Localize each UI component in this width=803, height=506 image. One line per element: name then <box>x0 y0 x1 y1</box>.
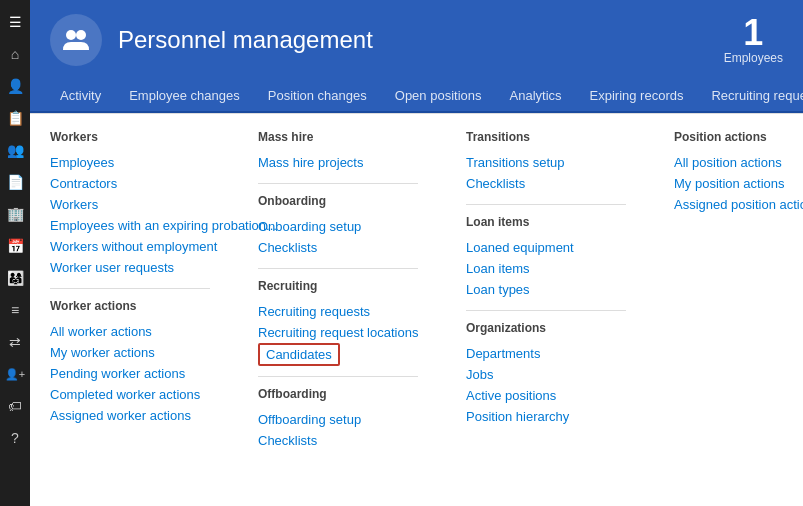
loan-items-title: Loan items <box>466 215 626 229</box>
transitions-setup-link[interactable]: Transitions setup <box>466 152 626 173</box>
worker-actions-title: Worker actions <box>50 299 210 313</box>
group-icon[interactable]: 👨‍👩‍👧 <box>1 264 29 292</box>
transitions-title: Transitions <box>466 130 626 144</box>
pending-worker-actions-link[interactable]: Pending worker actions <box>50 363 210 384</box>
jobs-link[interactable]: Jobs <box>466 364 626 385</box>
clipboard-icon[interactable]: 📋 <box>1 104 29 132</box>
tab-position-changes[interactable]: Position changes <box>254 80 381 113</box>
onboarding-setup-link[interactable]: Onboarding setup <box>258 216 418 237</box>
header-stats: 1 Employees <box>724 15 783 65</box>
page-title: Personnel management <box>118 26 373 54</box>
onboarding-checklists-link[interactable]: Checklists <box>258 237 418 258</box>
tab-open-positions[interactable]: Open positions <box>381 80 496 113</box>
employees-probation-link[interactable]: Employees with an expiring probation... <box>50 215 210 236</box>
completed-worker-actions-link[interactable]: Completed worker actions <box>50 384 210 405</box>
list-icon[interactable]: ≡ <box>1 296 29 324</box>
tab-employee-changes[interactable]: Employee changes <box>115 80 254 113</box>
home-icon[interactable]: ⌂ <box>1 40 29 68</box>
onboarding-divider <box>258 268 418 269</box>
loan-items-link[interactable]: Loan items <box>466 258 626 279</box>
tab-expiring-records[interactable]: Expiring records <box>576 80 698 113</box>
mass-hire-section: Mass hire Mass hire projects Onboarding … <box>238 130 438 490</box>
my-worker-actions-link[interactable]: My worker actions <box>50 342 210 363</box>
position-actions-title: Position actions <box>674 130 803 144</box>
my-position-actions-link[interactable]: My position actions <box>674 173 803 194</box>
offboarding-title: Offboarding <box>258 387 418 401</box>
transitions-divider <box>466 204 626 205</box>
loan-types-link[interactable]: Loan types <box>466 279 626 300</box>
employee-count: 1 <box>724 15 783 51</box>
recruiting-divider <box>258 376 418 377</box>
position-actions-section: Position actions All position actions My… <box>654 130 803 490</box>
workers-divider <box>50 288 210 289</box>
recruiting-request-locations-link[interactable]: Recruiting request locations <box>258 322 418 343</box>
document-icon[interactable]: 📄 <box>1 168 29 196</box>
candidates-link[interactable]: Candidates <box>258 343 340 366</box>
offboarding-setup-link[interactable]: Offboarding setup <box>258 409 418 430</box>
workers-section: Workers Employees Contractors Workers Em… <box>30 130 230 490</box>
transitions-section: Transitions Transitions setup Checklists… <box>446 130 646 490</box>
loaned-equipment-link[interactable]: Loaned equipment <box>466 237 626 258</box>
sidebar: ☰ ⌂ 👤 📋 👥 📄 🏢 📅 👨‍👩‍👧 ≡ ⇄ 👤+ 🏷 ? <box>0 0 30 506</box>
person-icon[interactable]: 👤 <box>1 72 29 100</box>
all-position-actions-link[interactable]: All position actions <box>674 152 803 173</box>
worker-user-requests-link[interactable]: Worker user requests <box>50 257 210 278</box>
people-icon[interactable]: 👥 <box>1 136 29 164</box>
mass-hire-divider <box>258 183 418 184</box>
transitions-checklists-link[interactable]: Checklists <box>466 173 626 194</box>
help-icon[interactable]: ? <box>1 424 29 452</box>
transfer-icon[interactable]: ⇄ <box>1 328 29 356</box>
organizations-title: Organizations <box>466 321 626 335</box>
dropdown-menu: Workers Employees Contractors Workers Em… <box>30 113 803 506</box>
contractors-link[interactable]: Contractors <box>50 173 210 194</box>
employees-link[interactable]: Employees <box>50 152 210 173</box>
module-icon <box>50 14 102 66</box>
all-worker-actions-link[interactable]: All worker actions <box>50 321 210 342</box>
departments-link[interactable]: Departments <box>466 343 626 364</box>
workers-link[interactable]: Workers <box>50 194 210 215</box>
mass-hire-title: Mass hire <box>258 130 418 144</box>
nav-tabs: Activity Employee changes Position chang… <box>30 80 803 113</box>
tab-recruiting-requests[interactable]: Recruiting requests <box>697 80 803 113</box>
header: Personnel management 1 Employees <box>30 0 803 80</box>
calendar-icon[interactable]: 📅 <box>1 232 29 260</box>
workers-no-employment-link[interactable]: Workers without employment <box>50 236 210 257</box>
offboarding-checklists-link[interactable]: Checklists <box>258 430 418 451</box>
tab-analytics[interactable]: Analytics <box>496 80 576 113</box>
svg-point-0 <box>66 30 76 40</box>
main-content: Personnel management 1 Employees Activit… <box>30 0 803 506</box>
loan-items-divider <box>466 310 626 311</box>
onboarding-title: Onboarding <box>258 194 418 208</box>
org-icon[interactable]: 🏢 <box>1 200 29 228</box>
svg-point-1 <box>76 30 86 40</box>
badge-icon[interactable]: 🏷 <box>1 392 29 420</box>
recruiting-requests-link[interactable]: Recruiting requests <box>258 301 418 322</box>
employee-count-label: Employees <box>724 51 783 65</box>
user-plus-icon[interactable]: 👤+ <box>1 360 29 388</box>
tab-activity[interactable]: Activity <box>46 80 115 113</box>
assigned-position-actions-link[interactable]: Assigned position actions <box>674 194 803 215</box>
recruiting-title: Recruiting <box>258 279 418 293</box>
assigned-worker-actions-link[interactable]: Assigned worker actions <box>50 405 210 426</box>
active-positions-link[interactable]: Active positions <box>466 385 626 406</box>
header-left: Personnel management <box>50 14 373 66</box>
position-hierarchy-link[interactable]: Position hierarchy <box>466 406 626 427</box>
menu-icon[interactable]: ☰ <box>1 8 29 36</box>
workers-title: Workers <box>50 130 210 144</box>
mass-hire-projects-link[interactable]: Mass hire projects <box>258 152 418 173</box>
